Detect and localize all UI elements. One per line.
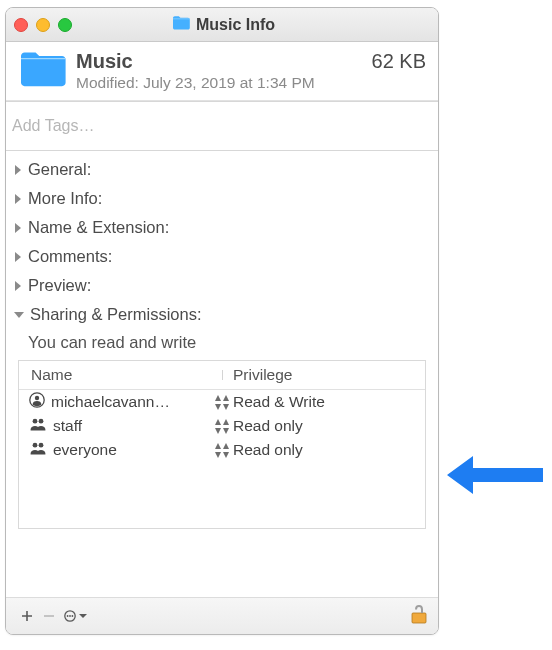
svg-point-3	[39, 419, 44, 424]
section-name-extension[interactable]: Name & Extension:	[10, 213, 434, 242]
stepper-icon: ▴▾	[215, 441, 221, 459]
svg-point-5	[39, 443, 44, 448]
table-row[interactable]: everyone ▴▾ ▴▾ Read only	[19, 438, 425, 462]
disclosure-down-icon	[14, 311, 24, 319]
privilege-cell[interactable]: ▴▾ Read only	[221, 417, 425, 435]
svg-point-1	[35, 396, 39, 400]
disclosure-right-icon	[14, 223, 22, 233]
svg-point-9	[72, 615, 74, 617]
item-name: Music	[76, 50, 372, 72]
user-name: staff	[53, 417, 211, 435]
section-label: Name & Extension:	[28, 218, 169, 237]
user-icon	[29, 392, 45, 412]
disclosure-right-icon	[14, 194, 22, 204]
item-size: 62 KB	[372, 50, 426, 92]
folder-icon	[172, 16, 190, 34]
permissions-toolbar	[6, 597, 438, 634]
svg-point-7	[67, 615, 69, 617]
table-row[interactable]: michaelcavann… ▴▾ ▴▾ Read & Write	[19, 390, 425, 414]
group-icon	[29, 441, 47, 459]
info-sections: General: More Info: Name & Extension: Co…	[6, 151, 438, 329]
stepper-icon: ▴▾	[223, 441, 229, 459]
section-preview[interactable]: Preview:	[10, 271, 434, 300]
lock-icon[interactable]	[410, 603, 428, 630]
privilege-value: Read only	[233, 417, 303, 435]
section-label: Sharing & Permissions:	[30, 305, 202, 324]
stepper-icon: ▴▾	[215, 393, 221, 411]
column-header-privilege[interactable]: Privilege	[223, 366, 425, 384]
permissions-table-body: michaelcavann… ▴▾ ▴▾ Read & Write staff …	[19, 389, 425, 528]
svg-point-4	[33, 443, 38, 448]
section-label: General:	[28, 160, 91, 179]
section-sharing-permissions[interactable]: Sharing & Permissions:	[10, 300, 434, 329]
callout-arrow-icon	[447, 452, 543, 502]
disclosure-right-icon	[14, 165, 22, 175]
close-window-button[interactable]	[14, 18, 28, 32]
stepper-icon: ▴▾	[223, 417, 229, 435]
table-row	[19, 484, 425, 506]
table-row	[19, 506, 425, 528]
info-header: Music Modified: July 23, 2019 at 1:34 PM…	[6, 42, 438, 101]
privilege-value: Read & Write	[233, 393, 325, 411]
titlebar: Music Info	[6, 8, 438, 42]
permissions-table: Name Privilege michaelcavann… ▴▾ ▴▾ Read…	[18, 360, 426, 529]
privilege-value: Read only	[233, 441, 303, 459]
svg-point-2	[33, 419, 38, 424]
group-icon	[29, 417, 47, 435]
remove-button[interactable]	[38, 607, 60, 625]
section-label: More Info:	[28, 189, 102, 208]
privilege-cell[interactable]: ▴▾ Read only	[221, 441, 425, 459]
table-row	[19, 462, 425, 484]
tags-field-container	[6, 101, 438, 151]
action-menu-button[interactable]	[60, 607, 92, 625]
zoom-window-button[interactable]	[58, 18, 72, 32]
info-window: Music Info Music Modified: July 23, 2019…	[5, 7, 439, 635]
window-controls	[14, 18, 72, 32]
permissions-table-header: Name Privilege	[19, 361, 425, 389]
modified-value: July 23, 2019 at 1:34 PM	[143, 74, 314, 91]
disclosure-right-icon	[14, 252, 22, 262]
section-label: Comments:	[28, 247, 112, 266]
section-comments[interactable]: Comments:	[10, 242, 434, 271]
section-general[interactable]: General:	[10, 155, 434, 184]
section-more-info[interactable]: More Info:	[10, 184, 434, 213]
user-name: michaelcavann…	[51, 393, 211, 411]
privilege-cell[interactable]: ▴▾ Read & Write	[221, 393, 425, 411]
tags-input[interactable]	[6, 102, 439, 150]
window-title: Music Info	[196, 16, 275, 34]
stepper-icon: ▴▾	[223, 393, 229, 411]
table-row[interactable]: staff ▴▾ ▴▾ Read only	[19, 414, 425, 438]
modified-label: Modified:	[76, 74, 139, 91]
svg-point-8	[69, 615, 71, 617]
stepper-icon: ▴▾	[215, 417, 221, 435]
section-label: Preview:	[28, 276, 91, 295]
modified-line: Modified: July 23, 2019 at 1:34 PM	[76, 74, 372, 92]
folder-large-icon	[18, 50, 68, 90]
add-button[interactable]	[16, 607, 38, 625]
user-name: everyone	[53, 441, 211, 459]
disclosure-right-icon	[14, 281, 22, 291]
permissions-summary: You can read and write	[6, 329, 438, 360]
minimize-window-button[interactable]	[36, 18, 50, 32]
column-header-name[interactable]: Name	[19, 366, 223, 384]
